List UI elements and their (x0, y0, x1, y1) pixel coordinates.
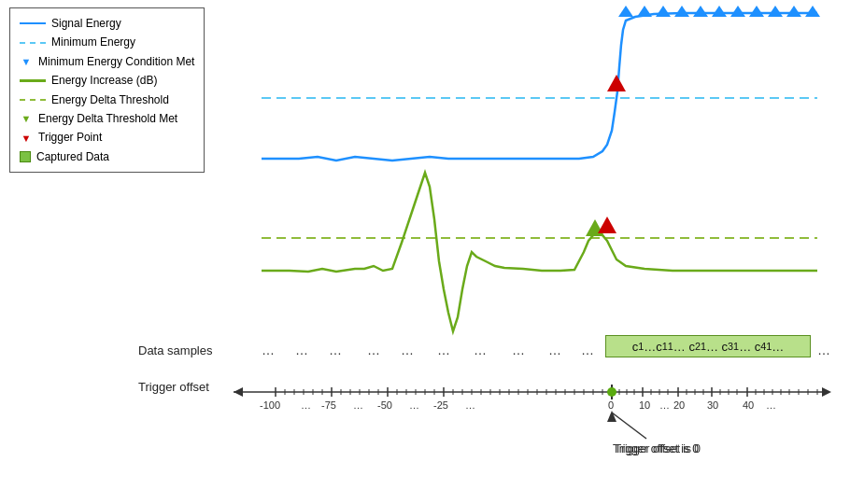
svg-text:10: 10 (639, 399, 650, 411)
svg-point-44 (607, 387, 616, 397)
tri-green-down-icon: ▼ (20, 112, 33, 125)
captured-data-label: Captured Data (36, 147, 109, 166)
svg-text:…: … (262, 343, 275, 357)
svg-text:…: … (409, 399, 419, 411)
energy-delta-thresh-label: Energy Delta Threshold (51, 91, 169, 109)
svg-marker-7 (730, 6, 745, 17)
svg-marker-12 (607, 75, 626, 91)
svg-text:…: … (465, 399, 475, 411)
svg-marker-108 (607, 411, 616, 422)
svg-text:40: 40 (743, 399, 754, 411)
svg-marker-1 (618, 6, 633, 17)
energy-delta-met-label: Energy Delta Threshold Met (38, 109, 177, 128)
trigger-point-label: Trigger Point (38, 128, 102, 147)
svg-text:-50: -50 (377, 399, 392, 411)
svg-text:…: … (401, 343, 414, 357)
svg-marker-15 (598, 217, 616, 233)
svg-marker-6 (712, 6, 727, 17)
svg-text:-25: -25 (433, 399, 448, 411)
svg-line-107 (612, 413, 646, 439)
svg-text:20: 20 (673, 399, 685, 411)
energy-increase-line-icon (20, 79, 46, 82)
svg-text:…: … (659, 399, 670, 411)
svg-text:…: … (367, 343, 380, 357)
legend-item-energy-increase: Energy Increase (dB) (20, 71, 194, 90)
min-energy-cond-label: Minimum Energy Condition Met (38, 52, 194, 71)
svg-marker-4 (674, 6, 689, 17)
tri-blue-down-icon: ▼ (20, 55, 33, 68)
svg-text:…: … (301, 399, 311, 411)
minimum-energy-label: Minimum Energy (51, 33, 135, 51)
svg-marker-2 (637, 6, 652, 17)
captured-data-rect-icon (20, 151, 31, 162)
svg-text:-75: -75 (321, 399, 336, 411)
svg-marker-29 (822, 387, 831, 397)
svg-marker-10 (786, 6, 801, 17)
svg-marker-9 (768, 6, 783, 17)
legend-item-energy-delta-thresh: Energy Delta Threshold (20, 91, 194, 109)
svg-text:…: … (353, 399, 363, 411)
svg-text:-100: -100 (260, 399, 280, 411)
legend-item-trigger-point: ▼ Trigger Point (20, 128, 194, 147)
signal-energy-line-icon (20, 22, 46, 24)
svg-text:…: … (548, 343, 561, 357)
signal-energy-label: Signal Energy (51, 14, 121, 33)
svg-text:Trigger offset is 0: Trigger offset is 0 (615, 442, 701, 455)
legend-item-captured-data: Captured Data (20, 147, 194, 166)
svg-text:…: … (581, 343, 594, 357)
svg-text:…: … (437, 343, 450, 357)
svg-text:…: … (817, 343, 830, 357)
svg-text:…: … (474, 343, 487, 357)
legend-item-min-energy-cond: ▼ Minimum Energy Condition Met (20, 52, 194, 71)
svg-text:30: 30 (707, 399, 718, 411)
svg-marker-3 (656, 6, 671, 17)
minimum-energy-line-icon (20, 42, 46, 44)
legend-item-minimum-energy: Minimum Energy (20, 33, 194, 51)
svg-text:0: 0 (608, 399, 614, 411)
svg-text:…: … (295, 343, 308, 357)
legend-item-signal-energy: Signal Energy (20, 14, 194, 33)
svg-marker-5 (693, 6, 708, 17)
svg-marker-8 (749, 6, 764, 17)
legend: Signal Energy Minimum Energy ▼ Minimum E… (9, 7, 205, 173)
energy-increase-label: Energy Increase (dB) (51, 71, 157, 90)
svg-marker-11 (805, 6, 820, 17)
svg-marker-28 (234, 387, 243, 397)
svg-text:…: … (329, 343, 342, 357)
svg-text:…: … (766, 399, 776, 411)
svg-text:…: … (512, 343, 525, 357)
legend-item-energy-delta-met: ▼ Energy Delta Threshold Met (20, 109, 194, 128)
energy-delta-thresh-line-icon (20, 99, 46, 101)
tri-red-down-icon: ▼ (20, 132, 33, 145)
